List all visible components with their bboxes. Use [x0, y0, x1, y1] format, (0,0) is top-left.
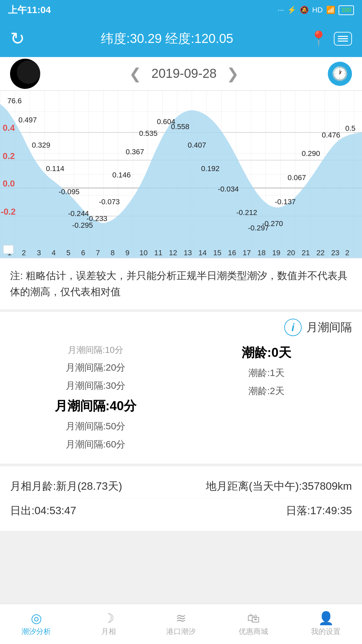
tidal-interval-header: i 月潮间隔	[10, 319, 352, 336]
svg-text:-0.233: -0.233	[86, 214, 107, 223]
info-section: 月相月龄:新月(28.73天) 地月距离(当天中午):357809km 日出:0…	[0, 466, 362, 531]
port-tide-icon: ≋	[176, 612, 186, 625]
tidal-interval-section: i 月潮间隔 月潮间隔:10分 月潮间隔:20分 月潮间隔:30分 月潮间隔:4…	[0, 312, 362, 466]
svg-text:19: 19	[272, 249, 280, 257]
nav-tidal-analysis[interactable]: ◎ 潮汐分析	[0, 604, 72, 644]
tidal-interval-item-4[interactable]: 月潮间隔:40分	[10, 395, 181, 417]
svg-text:13: 13	[184, 249, 192, 257]
svg-text:0.2: 0.2	[3, 151, 15, 161]
svg-text:0.476: 0.476	[322, 131, 340, 139]
moon-age-label: 月相月龄:新月(28.73天)	[10, 479, 122, 494]
nav-moon-phase[interactable]: ☽ 月相	[72, 604, 145, 644]
note-text: 注: 粗略估计，误差较大，并只能分析正规半日潮类型潮汐，数值并不代表具体的潮高，…	[10, 268, 352, 300]
nav-tidal-analysis-label: 潮汐分析	[21, 627, 51, 637]
svg-text:0.067: 0.067	[288, 173, 306, 182]
nav-settings-label: 我的设置	[311, 627, 341, 637]
svg-text:0.329: 0.329	[32, 141, 50, 149]
nav-moon-phase-label: 月相	[101, 627, 116, 637]
svg-text:0.558: 0.558	[171, 122, 189, 131]
svg-text:0.497: 0.497	[18, 116, 37, 124]
sunrise-label: 日出:04:53:47	[10, 503, 76, 518]
menu-button[interactable]	[334, 32, 352, 46]
bluetooth-icon: ⚡	[287, 6, 296, 14]
svg-text:12: 12	[169, 249, 177, 257]
svg-text:-0.244: -0.244	[68, 209, 89, 218]
svg-text:2: 2	[22, 249, 26, 257]
info-icon: i	[284, 319, 302, 336]
svg-text:15: 15	[213, 249, 221, 257]
clock-button[interactable]: 🕐	[328, 62, 352, 86]
nav-settings[interactable]: 👤 我的设置	[290, 604, 362, 644]
moon-age-row: 月相月龄:新月(28.73天) 地月距离(当天中午):357809km	[10, 474, 352, 499]
tidal-interval-item-1[interactable]: 月潮间隔:10分	[10, 341, 181, 359]
svg-text:-0.2: -0.2	[1, 207, 16, 217]
nav-port-tide[interactable]: ≋ 港口潮汐	[145, 604, 217, 644]
status-icons: ··· ⚡ 🔕 HD 📶 100	[278, 5, 354, 15]
svg-text:0.192: 0.192	[201, 164, 220, 173]
svg-text:22: 22	[316, 249, 324, 257]
svg-text:0.407: 0.407	[188, 141, 206, 149]
tidal-chart: 76.6 0.497 0.329 0.114 -0.095 -0.244 -0.…	[0, 91, 362, 258]
tidal-interval-item-5[interactable]: 月潮间隔:50分	[10, 417, 181, 435]
svg-text:-0.212: -0.212	[236, 208, 257, 217]
svg-text:7: 7	[96, 249, 100, 257]
svg-text:0.290: 0.290	[302, 149, 320, 158]
svg-text:20: 20	[287, 249, 295, 257]
nav-port-tide-label: 港口潮汐	[166, 627, 196, 637]
tidal-age-item-2[interactable]: 潮龄:2天	[181, 382, 352, 400]
svg-text:4: 4	[52, 249, 56, 257]
header-icons: 📍	[309, 30, 352, 47]
tidal-interval-left: 月潮间隔:10分 月潮间隔:20分 月潮间隔:30分 月潮间隔:40分 月潮间隔…	[10, 341, 181, 453]
wifi-icon: 📶	[326, 6, 335, 14]
refresh-button[interactable]: ↺	[10, 30, 25, 47]
tidal-age-item-1[interactable]: 潮龄:1天	[181, 364, 352, 382]
location-button[interactable]: 📍	[309, 30, 328, 47]
next-date-button[interactable]: ❯	[227, 65, 239, 82]
chart-svg: 76.6 0.497 0.329 0.114 -0.095 -0.244 -0.…	[0, 91, 362, 258]
tidal-interval-item-6[interactable]: 月潮间隔:60分	[10, 435, 181, 453]
svg-text:-0.034: -0.034	[218, 185, 239, 193]
battery-icon: 100	[339, 5, 354, 15]
prev-date-button[interactable]: ❮	[129, 65, 141, 82]
svg-text:0.535: 0.535	[139, 129, 158, 138]
svg-text:17: 17	[243, 249, 251, 257]
svg-text:14: 14	[198, 249, 206, 257]
svg-text:-0.137: -0.137	[275, 198, 296, 206]
svg-text:23: 23	[331, 249, 339, 257]
svg-text:-0.270: -0.270	[262, 219, 283, 228]
status-time: 上午11:04	[8, 4, 51, 16]
date-nav: ❮ 2019-09-28 ❯ 🕐	[0, 57, 362, 91]
mute-icon: 🔕	[300, 6, 309, 14]
date-nav-center: ❮ 2019-09-28 ❯	[129, 65, 239, 82]
svg-rect-58	[3, 245, 13, 254]
svg-text:0.5: 0.5	[345, 124, 356, 132]
shop-icon: 🛍	[247, 612, 260, 625]
svg-text:76.6: 76.6	[7, 97, 22, 105]
header-title: 纬度:30.29 经度:120.05	[25, 30, 309, 47]
svg-text:0.114: 0.114	[46, 164, 64, 173]
nav-shop[interactable]: 🛍 优惠商城	[217, 604, 290, 644]
bottom-nav: ◎ 潮汐分析 ☽ 月相 ≋ 港口潮汐 🛍 优惠商城 👤 我的设置	[0, 604, 362, 644]
current-date: 2019-09-28	[152, 66, 217, 81]
tidal-interval-columns: 月潮间隔:10分 月潮间隔:20分 月潮间隔:30分 月潮间隔:40分 月潮间隔…	[10, 341, 352, 453]
network-icon: HD	[312, 6, 323, 14]
svg-text:10: 10	[139, 249, 147, 257]
tidal-age-item-0[interactable]: 潮龄:0天	[181, 341, 352, 364]
svg-text:0.4: 0.4	[3, 123, 15, 133]
tidal-age-right: 潮龄:0天 潮龄:1天 潮龄:2天	[181, 341, 352, 453]
svg-text:5: 5	[66, 249, 70, 257]
svg-text:0.0: 0.0	[3, 178, 15, 189]
tidal-interval-item-3[interactable]: 月潮间隔:30分	[10, 377, 181, 395]
tidal-interval-item-2[interactable]: 月潮间隔:20分	[10, 359, 181, 377]
svg-text:-0.095: -0.095	[59, 187, 79, 196]
svg-text:21: 21	[302, 249, 310, 257]
sunset-value: 日落:17:49:35	[286, 503, 352, 518]
moon-distance-value: 地月距离(当天中午):357809km	[206, 479, 352, 494]
svg-text:-0.073: -0.073	[99, 198, 120, 206]
svg-text:0.146: 0.146	[112, 171, 131, 179]
sunrise-row: 日出:04:53:47 日落:17:49:35	[10, 499, 352, 523]
svg-text:6: 6	[81, 249, 85, 257]
moon-phase-nav-icon: ☽	[103, 612, 114, 625]
svg-text:9: 9	[125, 249, 129, 257]
tidal-interval-label: 月潮间隔	[306, 320, 352, 335]
